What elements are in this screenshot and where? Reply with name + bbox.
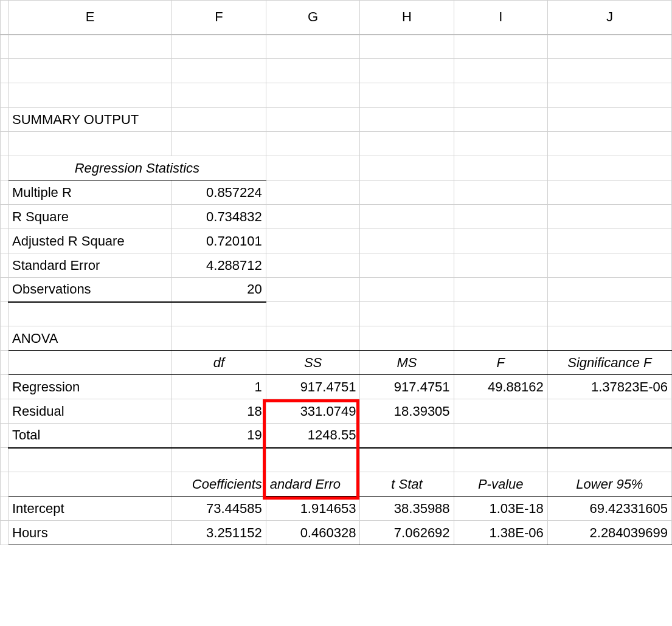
- coef-hdr-stderr: andard Erro: [266, 472, 360, 497]
- col-header-J[interactable]: J: [547, 1, 671, 35]
- anova-regression-row[interactable]: Regression 1 917.4751 917.4751 49.88162 …: [1, 375, 672, 399]
- coef-hours-label: Hours: [9, 521, 172, 545]
- coef-hours-p: 1.38E-06: [454, 521, 547, 545]
- anova-hdr-f: F: [454, 351, 547, 375]
- anova-title-row[interactable]: ANOVA: [1, 326, 672, 351]
- anova-title: ANOVA: [9, 326, 172, 351]
- observations-label: Observations: [9, 278, 172, 302]
- col-header-G[interactable]: G: [266, 1, 360, 35]
- multiple-r-label: Multiple R: [9, 181, 172, 205]
- anova-total-ss: 1248.55: [266, 424, 360, 448]
- blank-row[interactable]: [1, 83, 672, 108]
- anova-regression-f: 49.88162: [454, 375, 547, 399]
- anova-total-label: Total: [9, 424, 172, 448]
- anova-regression-label: Regression: [9, 375, 172, 399]
- spreadsheet-viewport[interactable]: E F G H I J SUMMARY OUTPUT Regression St…: [0, 0, 672, 545]
- anova-regression-ms: 917.4751: [360, 375, 454, 399]
- coef-hdr-tstat: t Stat: [360, 472, 454, 497]
- coef-intercept-coef: 73.44585: [172, 497, 266, 521]
- coef-intercept-se: 1.914653: [266, 497, 360, 521]
- observations-value: 20: [172, 278, 266, 302]
- anova-residual-label: Residual: [9, 399, 172, 424]
- r-square-label: R Square: [9, 205, 172, 229]
- coef-intercept-p: 1.03E-18: [454, 497, 547, 521]
- adj-r-square-value: 0.720101: [172, 229, 266, 253]
- col-header-F[interactable]: F: [172, 1, 266, 35]
- anova-residual-ms: 18.39305: [360, 399, 454, 424]
- std-error-label: Standard Error: [9, 253, 172, 278]
- summary-output-label: SUMMARY OUTPUT: [9, 108, 172, 132]
- anova-regression-sigf: 1.37823E-06: [547, 375, 671, 399]
- coef-hours-lo: 2.284039699: [547, 521, 671, 545]
- std-error-value: 4.288712: [172, 253, 266, 278]
- anova-residual-ss: 331.0749: [266, 399, 360, 424]
- col-header-D[interactable]: [1, 1, 9, 35]
- blank-row[interactable]: [1, 35, 672, 59]
- anova-hdr-ms: MS: [360, 351, 454, 375]
- anova-regression-df: 1: [172, 375, 266, 399]
- regression-statistics-header-row[interactable]: Regression Statistics: [1, 156, 672, 181]
- summary-output-row[interactable]: SUMMARY OUTPUT: [1, 108, 672, 132]
- coef-hdr-pvalue: P-value: [454, 472, 547, 497]
- col-header-H[interactable]: H: [360, 1, 454, 35]
- observations-row[interactable]: Observations 20: [1, 278, 672, 302]
- anova-total-row[interactable]: Total 19 1248.55: [1, 424, 672, 448]
- blank-row[interactable]: [1, 302, 672, 326]
- regression-statistics-header: Regression Statistics: [9, 156, 266, 181]
- blank-row[interactable]: [1, 132, 672, 156]
- col-header-E[interactable]: E: [9, 1, 172, 35]
- col-header-I[interactable]: I: [454, 1, 547, 35]
- coef-hdr-coefficients: Coefficients: [172, 472, 266, 497]
- coef-intercept-lo: 69.42331605: [547, 497, 671, 521]
- worksheet-grid[interactable]: E F G H I J SUMMARY OUTPUT Regression St…: [0, 0, 672, 545]
- blank-row[interactable]: [1, 59, 672, 83]
- r-square-row[interactable]: R Square 0.734832: [1, 205, 672, 229]
- adj-r-square-row[interactable]: Adjusted R Square 0.720101: [1, 229, 672, 253]
- anova-header-row[interactable]: df SS MS F Significance F: [1, 351, 672, 375]
- anova-hdr-df: df: [172, 351, 266, 375]
- anova-residual-row[interactable]: Residual 18 331.0749 18.39305: [1, 399, 672, 424]
- anova-residual-df: 18: [172, 399, 266, 424]
- coef-intercept-label: Intercept: [9, 497, 172, 521]
- coef-hdr-lower95: Lower 95%: [547, 472, 671, 497]
- coef-hours-se: 0.460328: [266, 521, 360, 545]
- coef-hours-coef: 3.251152: [172, 521, 266, 545]
- r-square-value: 0.734832: [172, 205, 266, 229]
- adj-r-square-label: Adjusted R Square: [9, 229, 172, 253]
- coef-intercept-t: 38.35988: [360, 497, 454, 521]
- anova-hdr-ss: SS: [266, 351, 360, 375]
- coef-intercept-row[interactable]: Intercept 73.44585 1.914653 38.35988 1.0…: [1, 497, 672, 521]
- coef-hours-t: 7.062692: [360, 521, 454, 545]
- coef-hours-row[interactable]: Hours 3.251152 0.460328 7.062692 1.38E-0…: [1, 521, 672, 545]
- anova-total-df: 19: [172, 424, 266, 448]
- anova-regression-ss: 917.4751: [266, 375, 360, 399]
- std-error-row[interactable]: Standard Error 4.288712: [1, 253, 672, 278]
- blank-row[interactable]: [1, 448, 672, 472]
- anova-hdr-sigf: Significance F: [547, 351, 671, 375]
- coef-header-row[interactable]: Coefficients andard Erro t Stat P-value …: [1, 472, 672, 497]
- multiple-r-row[interactable]: Multiple R 0.857224: [1, 181, 672, 205]
- multiple-r-value: 0.857224: [172, 181, 266, 205]
